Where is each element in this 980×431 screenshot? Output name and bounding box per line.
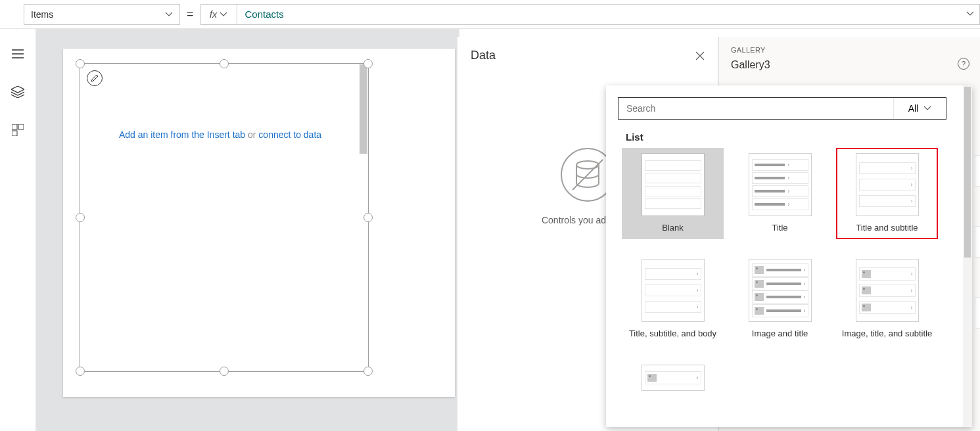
layout-label: Blank [662,223,684,234]
layout-thumb-icon: › › › [856,259,919,322]
property-dropdown-label: Items [31,9,53,20]
layout-label: Title, subtitle, and body [629,329,716,340]
layers-icon[interactable] [11,85,24,99]
layout-option-title-subtitle-body[interactable]: › › › Title, subtitle, and body [622,254,724,345]
resize-handle[interactable] [363,59,373,68]
chevron-down-icon [220,11,227,18]
components-icon[interactable] [11,124,24,137]
layout-label: Image and title [752,329,808,340]
hamburger-icon[interactable] [11,47,24,60]
left-rail [0,29,36,431]
chevron-down-icon [165,11,173,18]
gallery-hint: Add an item from the Insert tab or conne… [80,129,360,140]
data-pane-title: Data [471,49,496,62]
filter-dropdown[interactable]: All [893,98,946,119]
hint-or: or [245,129,258,140]
svg-rect-0 [12,124,17,129]
layout-flyout: All List Blank › › › [606,85,972,427]
accordion-tab[interactable] [975,297,980,329]
layout-option-image-title[interactable]: › › › › Image and title [729,254,831,345]
equals-label: = [187,7,194,21]
layout-thumb-icon: › › › › [749,153,812,216]
layout-thumb-icon: › [642,365,705,391]
layout-label: Title [772,223,787,234]
edit-pencil-button[interactable] [87,70,103,86]
close-icon[interactable] [695,51,705,60]
chevron-down-icon [923,104,931,112]
layout-thumb-icon: › › › [642,259,705,322]
gallery-control[interactable]: Add an item from the Insert tab or conne… [80,63,369,372]
layout-option-more[interactable]: › [622,359,724,396]
svg-rect-2 [12,131,17,136]
hint-insert-link[interactable]: Add an item from the Insert tab [119,129,245,140]
canvas-area: Add an item from the Insert tab or conne… [36,29,459,431]
accordion-tab[interactable] [975,226,980,258]
resize-handle[interactable] [76,213,85,222]
layout-label: Image, title, and subtitle [842,329,932,340]
fx-label: fx [210,9,218,20]
layout-option-title-subtitle[interactable]: › › › Title and subtitle [836,148,938,239]
resize-handle[interactable] [363,213,373,222]
pencil-icon [91,74,99,82]
properties-crumb: GALLERY [731,46,968,54]
resize-handle[interactable] [363,367,373,376]
layout-option-blank[interactable]: Blank [622,148,724,239]
layout-thumb-icon [642,153,705,216]
layout-option-image-title-subtitle[interactable]: › › › Image, title, and subtitle [836,254,938,345]
layout-option-title[interactable]: › › › › Title [729,148,831,239]
accordion-tab[interactable] [975,155,980,187]
gallery-scrollbar[interactable] [360,64,367,154]
resize-handle[interactable] [76,367,85,376]
resize-handle[interactable] [76,59,85,68]
formula-input[interactable]: Contacts [237,4,980,25]
canvas-page[interactable]: Add an item from the Insert tab or conne… [63,49,455,397]
resize-handle[interactable] [220,59,229,68]
svg-rect-1 [18,124,24,129]
formula-expression: Contacts [245,9,284,20]
layout-label: Title and subtitle [856,223,918,234]
search-row: All [618,97,946,120]
search-input[interactable] [618,98,893,119]
property-dropdown[interactable]: Items [24,4,180,25]
flyout-scrollbar[interactable] [963,85,972,427]
formula-bar: Items = fx Contacts [0,0,980,29]
section-label: List [626,131,963,143]
properties-title: Gallery3 [731,59,968,71]
resize-handle[interactable] [220,367,229,376]
scrollbar-thumb[interactable] [964,87,971,258]
help-icon[interactable]: ? [958,58,969,70]
hint-connect-link[interactable]: connect to data [258,129,321,140]
chevron-down-icon[interactable] [966,10,974,18]
layout-thumb-icon: › › › [856,153,919,216]
fx-button[interactable]: fx [200,4,237,25]
layout-grid: Blank › › › › Title › › › Title an [618,148,963,396]
layout-thumb-icon: › › › › [749,259,812,322]
filter-dropdown-label: All [908,103,919,114]
